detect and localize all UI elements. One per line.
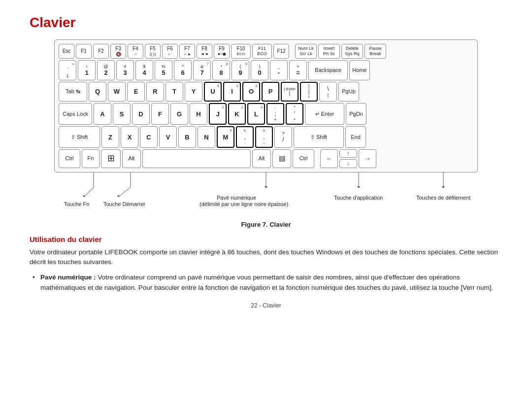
key-arrow-down[interactable]: ↓ xyxy=(339,159,357,168)
key-6[interactable]: ^6 xyxy=(174,60,192,80)
key-p[interactable]: P xyxy=(262,82,279,102)
key-f11[interactable]: F11ECO xyxy=(252,44,272,59)
key-tab[interactable]: Tab ↹ xyxy=(59,82,87,102)
svg-text:Touche Fn: Touche Fn xyxy=(64,201,89,207)
key-f1[interactable]: F1 xyxy=(76,44,92,59)
key-lbracket[interactable]: { Enter [ xyxy=(281,82,299,102)
key-t[interactable]: T xyxy=(166,82,183,102)
key-f8[interactable]: F8◄◄ xyxy=(197,44,212,59)
key-ctrl-left[interactable]: Ctrl xyxy=(59,149,80,168)
key-0[interactable]: )0 xyxy=(251,60,268,80)
key-home[interactable]: Home xyxy=(349,60,370,80)
key-j[interactable]: J1 xyxy=(209,103,227,125)
key-i[interactable]: I5 xyxy=(223,82,241,102)
key-backslash[interactable]: \ | xyxy=(319,82,337,102)
key-u[interactable]: U4 xyxy=(204,82,222,102)
key-b[interactable]: B xyxy=(178,126,196,148)
key-f10[interactable]: F10ECO xyxy=(231,44,251,59)
key-d[interactable]: D xyxy=(132,103,150,125)
key-shift-right[interactable]: ⇧ Shift xyxy=(294,126,344,148)
key-space[interactable] xyxy=(142,149,251,168)
key-slash[interactable]: ? / xyxy=(274,126,292,148)
key-arrow-up[interactable]: ↑ xyxy=(339,149,357,158)
key-f2[interactable]: F2 xyxy=(93,44,109,59)
key-7[interactable]: &77 xyxy=(193,60,211,80)
key-c[interactable]: C xyxy=(140,126,158,148)
key-v[interactable]: V xyxy=(159,126,177,148)
key-f5[interactable]: F5((·)) xyxy=(145,44,161,59)
key-h[interactable]: H xyxy=(190,103,207,125)
key-comma[interactable]: < , · xyxy=(236,126,254,148)
key-f9[interactable]: F9►/◼ xyxy=(214,44,230,59)
key-rbracket[interactable]: } ] i xyxy=(300,82,318,102)
key-minus[interactable]: _- xyxy=(270,60,288,80)
svg-text:Touche Démarrer: Touche Démarrer xyxy=(103,201,145,207)
num-row: ~ ` 1 !1 @2 #3 $4 %5 ^6 &77 *88 (99 )0 _… xyxy=(59,60,473,80)
key-1[interactable]: !1 xyxy=(78,60,96,80)
key-equal[interactable]: += xyxy=(289,60,307,80)
bullet-pave-text: Votre ordinateur comprend un pavé numéri… xyxy=(40,274,493,291)
key-pgup[interactable]: PgUp xyxy=(338,82,359,102)
key-q[interactable]: Q xyxy=(89,82,106,102)
key-m[interactable]: M0 xyxy=(217,126,234,148)
qwerty-row: Tab ↹ Q W E R T Y U4 I5 O6 P { Enter [ }… xyxy=(59,82,473,102)
key-l[interactable]: L3 xyxy=(247,103,265,125)
key-9[interactable]: (99 xyxy=(232,60,249,80)
key-f12[interactable]: F12 xyxy=(273,44,289,59)
key-5[interactable]: %5 xyxy=(155,60,172,80)
key-z[interactable]: Z xyxy=(101,126,119,148)
key-f3[interactable]: F3🔇 xyxy=(110,44,126,59)
key-k[interactable]: K2 xyxy=(228,103,246,125)
key-w[interactable]: W xyxy=(108,82,126,102)
key-s[interactable]: S xyxy=(113,103,131,125)
key-e[interactable]: E xyxy=(127,82,145,102)
key-insert[interactable]: InsertPrt Sc xyxy=(318,44,340,59)
key-delete[interactable]: DeleteSys Rq xyxy=(341,44,363,59)
keyboard-section: Touches de fonction Esc F1 F2 F3🔇 F4☞ F5… xyxy=(30,39,502,217)
key-esc[interactable]: Esc xyxy=(59,44,74,59)
key-pgdn[interactable]: PgDn xyxy=(346,103,366,125)
key-enter[interactable]: ↵ Enter xyxy=(305,103,344,125)
key-capslock[interactable]: Caps Lock xyxy=(59,103,92,125)
key-n[interactable]: N xyxy=(198,126,215,148)
key-arrow-right[interactable]: → xyxy=(359,149,376,168)
key-win[interactable]: ⊞ xyxy=(101,149,121,168)
section-title: Utilisation du clavier xyxy=(30,235,502,243)
key-semicolon[interactable]: : ; + xyxy=(266,103,284,125)
key-pause[interactable]: PauseBreak xyxy=(365,44,386,59)
key-x[interactable]: X xyxy=(121,126,138,148)
key-quote[interactable]: " ' * xyxy=(286,103,303,125)
svg-text:Touches de défilement: Touches de défilement xyxy=(416,195,470,201)
key-4[interactable]: $4 xyxy=(135,60,153,80)
key-8[interactable]: *88 xyxy=(212,60,230,80)
key-y[interactable]: Y xyxy=(185,82,202,102)
key-a[interactable]: A xyxy=(94,103,111,125)
key-end[interactable]: End xyxy=(345,126,366,148)
key-2[interactable]: @2 xyxy=(97,60,115,80)
body-text: Votre ordinateur portable LIFEBOOK compo… xyxy=(30,247,502,268)
key-g[interactable]: G xyxy=(170,103,188,125)
svg-marker-16 xyxy=(442,186,445,188)
key-alt-left[interactable]: Alt xyxy=(122,149,141,168)
key-f6[interactable]: F6☼· xyxy=(162,44,178,59)
key-numlk[interactable]: Num LkScr Lk xyxy=(295,44,317,59)
key-backspace[interactable]: Backspace xyxy=(308,60,348,80)
key-fn[interactable]: Fn xyxy=(82,149,100,168)
zxcv-row: ⇧ Shift Z X C V B N M0 < , · > . - xyxy=(59,126,473,148)
key-3[interactable]: #3 xyxy=(116,60,134,80)
key-app[interactable]: ▤ xyxy=(272,149,291,168)
key-shift-left[interactable]: ⇧ Shift xyxy=(59,126,100,148)
keyboard-wrapper: Esc F1 F2 F3🔇 F4☞ F5((·)) F6☼· F7☼▲ F8◄◄… xyxy=(54,39,478,217)
key-arrow-left[interactable]: ← xyxy=(320,149,338,168)
key-f[interactable]: F xyxy=(151,103,169,125)
key-o[interactable]: O6 xyxy=(242,82,260,102)
page-number: 22 - Clavier xyxy=(30,302,502,309)
key-backtick[interactable]: ~ ` 1 xyxy=(59,60,76,80)
key-r[interactable]: R xyxy=(146,82,164,102)
key-ctrl-right[interactable]: Ctrl xyxy=(293,149,314,168)
key-period[interactable]: > . - xyxy=(255,126,273,148)
key-f7[interactable]: F7☼▲ xyxy=(179,44,195,59)
key-f4[interactable]: F4☞ xyxy=(128,44,143,59)
key-alt-right[interactable]: Alt xyxy=(252,149,271,168)
svg-marker-9 xyxy=(265,186,267,188)
